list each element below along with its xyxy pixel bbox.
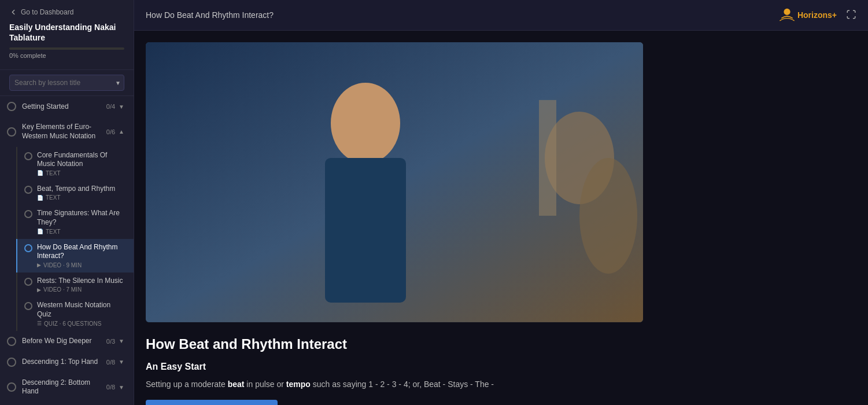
body-text-start: Setting up a moderate — [146, 380, 228, 389]
lesson-circle — [24, 186, 32, 194]
logo-text: Horizons+ — [797, 10, 837, 20]
lesson-info: Core Fundamentals Of Music Notation 📄 TE… — [37, 151, 127, 176]
lesson-title: How Do Beat And Rhythm Interact? — [37, 243, 127, 261]
section-title: Key Elements of Euro-Western Music Notat… — [22, 123, 106, 141]
fullscreen-icon — [846, 9, 856, 20]
svg-rect-7 — [325, 158, 406, 303]
video-icon: ▶ — [37, 287, 41, 293]
section-getting-started[interactable]: Getting Started 0/4 ▼ — [0, 96, 134, 117]
lesson-item-quiz[interactable]: Western Music Notation Quiz ☰ QUIZ · 6 Q… — [16, 297, 134, 330]
doc-icon: 📄 — [37, 229, 43, 234]
section-descending-2[interactable]: Descending 2: Bottom Hand 0/8 ▼ — [0, 373, 134, 402]
lesson-info: Rests: The Silence In Music ▶ VIDEO · 7 … — [37, 277, 127, 293]
lesson-circle — [24, 302, 32, 310]
lesson-meta: 📄 TEXT — [37, 194, 127, 201]
back-icon — [9, 8, 17, 16]
fullscreen-button[interactable] — [846, 9, 856, 21]
section-chevron-icon: ▼ — [119, 384, 124, 391]
section-circle — [7, 358, 16, 367]
body-bold-beat: beat — [228, 380, 245, 389]
lesson-item-time-signatures[interactable]: Time Signatures: What Are They? 📄 TEXT — [16, 205, 134, 238]
search-input[interactable] — [9, 75, 124, 91]
lesson-circle — [24, 278, 32, 286]
top-bar: How Do Beat And Rhythm Interact? Horizon… — [134, 0, 868, 31]
section-chevron-icon: ▲ — [119, 128, 124, 135]
logo-icon — [779, 7, 795, 23]
top-bar-title: How Do Beat And Rhythm Interact? — [146, 10, 274, 20]
lesson-meta: ☰ QUIZ · 6 QUESTIONS — [37, 321, 127, 327]
svg-point-4 — [579, 158, 637, 274]
content-subtitle: An Easy Start — [146, 362, 620, 372]
lesson-item-how-do-beat[interactable]: How Do Beat And Rhythm Interact? ▶ VIDEO… — [16, 239, 134, 273]
lesson-circle — [24, 210, 32, 218]
section-circle — [7, 102, 16, 111]
section-circle — [7, 337, 16, 346]
section-progress: 0/8 — [106, 359, 115, 366]
svg-rect-5 — [539, 100, 556, 216]
section-title: Before We Dig Deeper — [22, 337, 106, 346]
content-area: How Beat and Rhythm Interact An Easy Sta… — [134, 322, 631, 405]
course-title: Easily Understanding Nakai Tablature — [9, 22, 124, 43]
section-title: Descending 1: Top Hand — [22, 358, 106, 367]
search-container: ▼ — [0, 70, 134, 96]
lesson-type: VIDEO · 7 MIN — [43, 286, 82, 293]
content-body: Setting up a moderate beat in pulse or t… — [146, 378, 620, 391]
body-bold-tempo: tempo — [286, 380, 311, 389]
lesson-type: TEXT — [46, 170, 61, 176]
lesson-info: Time Signatures: What Are They? 📄 TEXT — [37, 209, 127, 234]
section-before-we-dig[interactable]: Before We Dig Deeper 0/3 ▼ — [0, 331, 134, 352]
doc-icon: 📄 — [37, 195, 43, 201]
section-key-elements[interactable]: Key Elements of Euro-Western Music Notat… — [0, 117, 134, 146]
complete-continue-button[interactable]: COMPLETE & CONTINUE → — [146, 400, 278, 405]
section-circle — [7, 382, 16, 392]
lesson-item-rests-silence[interactable]: Rests: The Silence In Music ▶ VIDEO · 7 … — [16, 273, 134, 297]
lesson-title: Core Fundamentals Of Music Notation — [37, 151, 127, 169]
section-chevron-icon: ▼ — [119, 338, 124, 344]
lesson-info: How Do Beat And Rhythm Interact? ▶ VIDEO… — [37, 243, 127, 268]
section-progress: 0/4 — [106, 103, 115, 110]
section-progress: 0/8 — [106, 384, 115, 391]
doc-icon: 📄 — [37, 170, 43, 176]
lesson-title: Beat, Tempo and Rhythm — [37, 185, 127, 194]
content-main-title: How Beat and Rhythm Interact — [146, 336, 620, 352]
lesson-title: Rests: The Silence In Music — [37, 277, 127, 286]
section-circle — [7, 127, 16, 137]
lesson-info: Western Music Notation Quiz ☰ QUIZ · 6 Q… — [37, 301, 127, 326]
section-title: Descending 2: Bottom Hand — [22, 378, 106, 396]
progress-bar — [9, 47, 124, 50]
svg-point-0 — [784, 9, 790, 15]
lesson-type: TEXT — [46, 194, 61, 201]
section-descending-3[interactable]: Descending 3: Both Hands 0/10 ▼ — [0, 402, 134, 405]
lesson-meta: ▶ VIDEO · 7 MIN — [37, 286, 127, 293]
horizons-logo: Horizons+ — [779, 7, 837, 23]
lesson-info: Beat, Tempo and Rhythm 📄 TEXT — [37, 185, 127, 201]
section-title: Getting Started — [22, 102, 106, 112]
lesson-meta: 📄 TEXT — [37, 170, 127, 176]
main-content: How Do Beat And Rhythm Interact? Horizon… — [134, 0, 868, 405]
lesson-circle — [24, 244, 32, 252]
lesson-title: Western Music Notation Quiz — [37, 301, 127, 319]
section-chevron-icon: ▼ — [119, 104, 124, 110]
lesson-title: Time Signatures: What Are They? — [37, 209, 127, 227]
video-container — [134, 31, 868, 322]
lesson-circle — [24, 152, 32, 160]
back-button[interactable]: Go to Dashboard — [9, 8, 124, 16]
video-icon: ▶ — [37, 262, 41, 268]
section-descending-1[interactable]: Descending 1: Top Hand 0/8 ▼ — [0, 352, 134, 373]
body-text-mid: in pulse or — [244, 380, 286, 389]
lesson-meta: ▶ VIDEO · 9 MIN — [37, 262, 127, 268]
section-progress: 0/6 — [106, 128, 115, 135]
progress-text: 0% complete — [9, 52, 124, 59]
video-frame-svg — [146, 42, 643, 322]
lesson-list: Core Fundamentals Of Music Notation 📄 TE… — [16, 147, 134, 331]
lesson-type: VIDEO · 9 MIN — [43, 262, 82, 268]
video-player[interactable] — [146, 42, 643, 322]
section-chevron-icon: ▼ — [119, 359, 124, 365]
lesson-item-core-fundamentals[interactable]: Core Fundamentals Of Music Notation 📄 TE… — [16, 147, 134, 181]
lesson-item-beat-tempo[interactable]: Beat, Tempo and Rhythm 📄 TEXT — [16, 181, 134, 205]
lesson-type: QUIZ · 6 QUESTIONS — [44, 321, 101, 327]
lesson-meta: 📄 TEXT — [37, 229, 127, 235]
quiz-icon: ☰ — [37, 321, 42, 326]
video-wrapper — [146, 42, 643, 322]
body-text-end: such as saying 1 - 2 - 3 - 4; or, Beat -… — [311, 380, 494, 389]
